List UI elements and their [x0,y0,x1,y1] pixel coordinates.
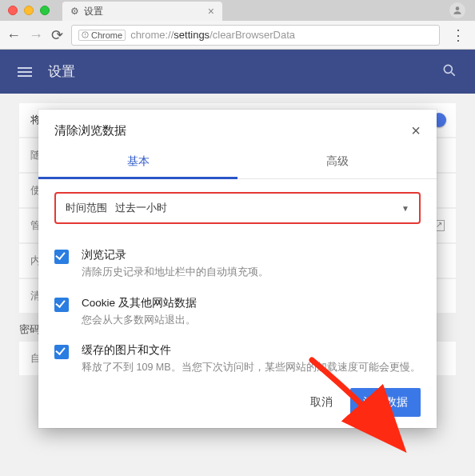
minimize-window-icon[interactable] [24,6,34,15]
dialog-tabs: 基本 高级 [38,145,437,179]
menu-icon[interactable] [18,67,32,77]
secure-label: Chrome [91,30,122,40]
search-icon[interactable] [441,62,457,82]
time-range-value: 过去一小时 [115,201,167,215]
checkbox-checked-icon[interactable] [54,345,69,359]
close-icon[interactable]: × [411,122,421,138]
profile-avatar-icon[interactable] [449,2,465,18]
tab-close-icon[interactable]: × [208,5,214,18]
option-cookies[interactable]: Cookie 及其他网站数据 您会从大多数网站退出。 [54,288,421,336]
option-desc: 清除历史记录和地址栏中的自动填充项。 [82,266,269,280]
gear-icon: ⚙ [70,6,79,17]
tab-basic[interactable]: 基本 [38,145,238,178]
time-range-select[interactable]: 时间范围 过去一小时 ▼ [54,192,421,224]
settings-header: 设置 [0,50,475,94]
time-range-label: 时间范围 [66,201,107,215]
address-bar[interactable]: Chrome chrome://settings/clearBrowserDat… [71,25,440,46]
option-browsing-history[interactable]: 浏览记录 清除历史记录和地址栏中的自动填充项。 [54,240,421,288]
url-text: chrome://settings/clearBrowserData [130,29,295,41]
clear-data-button[interactable]: 清除数据 [350,388,421,417]
dialog-title: 清除浏览数据 [54,123,126,138]
svg-point-3 [85,36,86,37]
secure-badge: Chrome [78,30,126,41]
svg-point-0 [456,6,460,10]
back-button[interactable]: ← [6,28,21,42]
page-title: 设置 [48,62,75,81]
browser-toolbar: ← → ⟳ Chrome chrome://settings/clearBrow… [0,21,475,50]
option-desc: 释放了不到 109 MB。当您下次访问时，某些网站的加载速度可能会更慢。 [82,361,421,375]
browser-menu-icon[interactable]: ⋮ [448,26,469,44]
clear-data-dialog: 清除浏览数据 × 基本 高级 时间范围 过去一小时 ▼ 浏览记录 清除历史记录和… [38,110,437,428]
forward-button: → [29,28,43,42]
svg-point-4 [444,65,452,73]
modal-scrim: 清除浏览数据 × 基本 高级 时间范围 过去一小时 ▼ 浏览记录 清除历史记录和… [0,94,475,476]
cancel-button[interactable]: 取消 [305,389,337,416]
option-title: Cookie 及其他网站数据 [82,296,197,310]
checkbox-checked-icon[interactable] [54,250,69,264]
tab-strip: ⚙ 设置 × [0,0,475,21]
window-controls [8,6,50,15]
reload-button[interactable]: ⟳ [51,28,63,42]
tab-title: 设置 [84,5,103,18]
option-cache[interactable]: 缓存的图片和文件 释放了不到 109 MB。当您下次访问时，某些网站的加载速度可… [54,335,421,383]
maximize-window-icon[interactable] [40,6,50,15]
svg-line-5 [452,72,455,75]
close-window-icon[interactable] [8,6,18,15]
checkbox-checked-icon[interactable] [54,298,69,312]
option-title: 缓存的图片和文件 [82,343,421,358]
browser-tab[interactable]: ⚙ 设置 × [62,2,222,21]
option-desc: 您会从大多数网站退出。 [82,314,197,328]
tab-advanced[interactable]: 高级 [238,145,437,178]
chevron-down-icon: ▼ [401,204,409,213]
option-title: 浏览记录 [82,248,269,262]
